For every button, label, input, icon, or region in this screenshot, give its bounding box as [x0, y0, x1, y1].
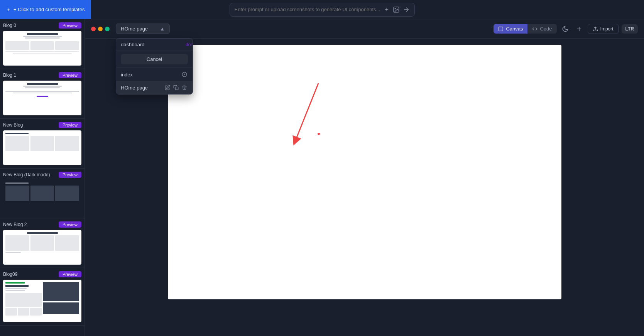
template-item-blog0: Blog 0 Preview — [0, 19, 85, 69]
upload-screenshot-button[interactable] — [393, 6, 400, 13]
page-item-actions-index — [181, 71, 188, 78]
add-page-button[interactable] — [574, 24, 585, 34]
template-item-new-blog: New Blog Preview — [0, 119, 85, 169]
chevron-up-icon: ▲ — [160, 26, 165, 32]
page-item-label-home: HOme page — [121, 85, 148, 91]
page-item-edit-btn-index[interactable] — [181, 71, 188, 78]
template-name-new-blog-2: New Blog 2 — [3, 222, 27, 227]
canvas-toolbar: HOme page ▲ done Cancel i — [85, 19, 644, 39]
sidebar: Blog 0 Preview — [0, 19, 85, 336]
prompt-bar: ＋ — [230, 3, 415, 17]
thumbnail-blog1 — [3, 81, 81, 115]
page-dropdown: HOme page ▲ done Cancel i — [116, 24, 170, 34]
page-dropdown-label: HOme page — [121, 26, 148, 32]
moon-button[interactable] — [560, 24, 571, 34]
thumbnail-blog09 — [3, 280, 81, 322]
template-name-blog1: Blog 1 — [3, 73, 16, 78]
template-name-blog09: Blog09 — [3, 272, 17, 277]
ltr-button[interactable]: LTR — [622, 24, 638, 34]
submit-prompt-button[interactable] — [403, 6, 410, 13]
svg-rect-5 — [499, 27, 503, 31]
page-item-label-index: index — [121, 72, 133, 78]
main-area: Blog 0 Preview — [0, 19, 644, 336]
template-name-blog0: Blog 0 — [3, 23, 16, 28]
svg-rect-4 — [175, 87, 178, 90]
right-toolbar: Canvas Code — [494, 24, 638, 34]
page-dropdown-button[interactable]: HOme page ▲ — [116, 24, 170, 34]
import-label: Import — [600, 26, 614, 32]
import-button[interactable]: Import — [588, 24, 619, 34]
traffic-light-yellow — [98, 27, 103, 31]
preview-button-blog09[interactable]: Preview — [59, 271, 81, 277]
preview-button-new-blog-dark[interactable]: Preview — [59, 172, 81, 178]
page-dropdown-menu: done Cancel index — [116, 38, 193, 95]
canvas-label: Canvas — [506, 26, 523, 32]
canvas-frame — [168, 45, 561, 299]
template-item-blog1: Blog 1 Preview — [0, 69, 85, 119]
add-templates-button[interactable]: ＋ + Click to add custom templates — [0, 0, 91, 19]
preview-button-blog1[interactable]: Preview — [59, 72, 81, 78]
traffic-light-red — [91, 27, 96, 31]
template-item-new-blog-dark: New Blog (Dark mode) Preview — [0, 169, 85, 218]
traffic-lights — [91, 27, 110, 31]
done-button[interactable]: done — [186, 42, 193, 47]
plus-prompt-button[interactable]: ＋ — [384, 5, 390, 14]
canvas-area: HOme page ▲ done Cancel i — [85, 19, 644, 336]
thumbnail-blog0 — [3, 31, 81, 66]
red-arrow-annotation — [291, 79, 338, 149]
view-toggle: Canvas Code — [494, 24, 556, 34]
preview-button-blog0[interactable]: Preview — [59, 22, 81, 29]
top-bar: ＋ + Click to add custom templates ＋ — [0, 0, 644, 19]
template-item-new-blog-2: New Blog 2 Preview — [0, 218, 85, 268]
template-name-new-blog: New Blog — [3, 122, 23, 128]
preview-button-new-blog[interactable]: Preview — [59, 122, 81, 128]
preview-button-new-blog-2[interactable]: Preview — [59, 221, 81, 228]
template-name-new-blog-dark: New Blog (Dark mode) — [3, 172, 50, 177]
canvas-view-button[interactable]: Canvas — [494, 24, 527, 34]
page-item-delete-btn-home[interactable] — [181, 84, 188, 91]
svg-point-1 — [395, 8, 396, 9]
add-templates-label: + Click to add custom templates — [14, 7, 85, 12]
code-view-button[interactable]: Code — [527, 24, 556, 34]
rename-row: done — [116, 39, 193, 51]
page-item-duplicate-btn-home[interactable] — [172, 84, 179, 91]
thumbnail-new-blog-2 — [3, 230, 81, 265]
thumbnail-new-blog-dark — [3, 180, 81, 215]
prompt-input[interactable] — [235, 7, 380, 12]
page-item-actions-home — [164, 84, 188, 91]
svg-line-10 — [295, 83, 318, 141]
plus-icon: ＋ — [6, 6, 11, 13]
page-item-index[interactable]: index — [116, 68, 193, 81]
page-item-home[interactable]: HOme page — [116, 81, 193, 94]
traffic-light-green — [105, 27, 110, 31]
rename-input[interactable] — [121, 42, 186, 47]
cancel-row: Cancel — [116, 51, 193, 68]
cancel-button[interactable]: Cancel — [121, 54, 188, 64]
template-item-blog09: Blog09 Preview — [0, 268, 85, 326]
thumbnail-new-blog — [3, 130, 81, 165]
code-label: Code — [540, 26, 552, 32]
red-dot-annotation — [318, 133, 320, 135]
page-item-rename-btn-home[interactable] — [164, 84, 171, 91]
